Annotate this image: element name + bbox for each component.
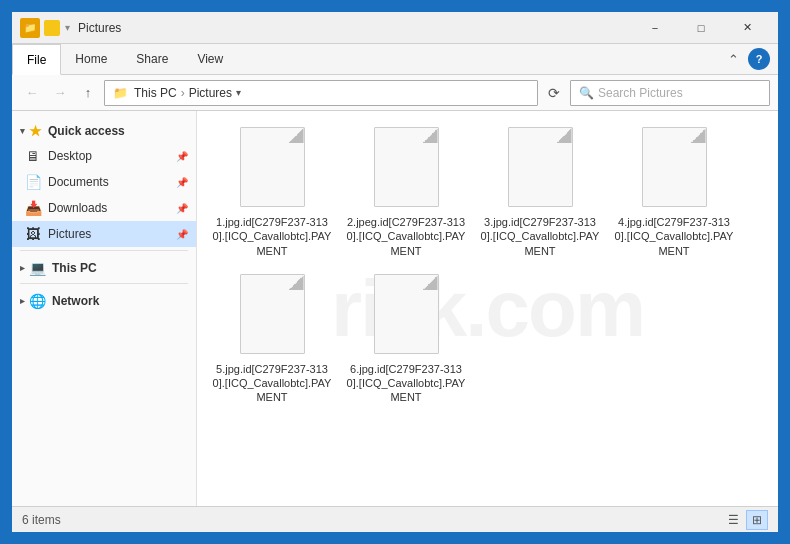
search-box[interactable]: 🔍 Search Pictures <box>570 80 770 106</box>
file-label: 1.jpg.id[C279F237-3130].[ICQ_Cavallobtc]… <box>211 215 333 258</box>
file-label: 4.jpg.id[C279F237-3130].[ICQ_Cavallobtc]… <box>613 215 735 258</box>
network-label: Network <box>52 294 99 308</box>
network-chevron: ▸ <box>20 296 25 306</box>
file-icon <box>237 274 307 359</box>
file-label: 5.jpg.id[C279F237-3130].[ICQ_Cavallobtc]… <box>211 362 333 405</box>
content-area: risk.com 1.jpg.id[C279F237-3130].[ICQ_Ca… <box>197 111 778 506</box>
search-icon: 🔍 <box>579 86 594 100</box>
sidebar: ▾ ★ Quick access 🖥 Desktop 📌 📄 Documents… <box>12 111 197 506</box>
ribbon: File Home Share View ⌃ ? <box>12 44 778 75</box>
pin-icon: 📌 <box>176 151 188 162</box>
address-path[interactable]: 📁 This PC › Pictures ▾ <box>104 80 538 106</box>
pin-icon: 📌 <box>176 203 188 214</box>
addressbar: ← → ↑ 📁 This PC › Pictures ▾ ⟳ 🔍 Search … <box>12 75 778 111</box>
sidebar-item-label: Documents <box>48 175 172 189</box>
this-pc-label: This PC <box>52 261 97 275</box>
sidebar-item-desktop[interactable]: 🖥 Desktop 📌 <box>12 143 196 169</box>
quick-access-header[interactable]: ▾ ★ Quick access <box>12 117 196 143</box>
ribbon-collapse-btn[interactable]: ⌃ <box>722 48 744 70</box>
file-item-file3[interactable]: 3.jpg.id[C279F237-3130].[ICQ_Cavallobtc]… <box>475 121 605 264</box>
this-pc-header[interactable]: ▸ 💻 This PC <box>12 254 196 280</box>
pictures-icon: 🖼 <box>24 225 42 243</box>
refresh-button[interactable]: ⟳ <box>542 81 566 105</box>
sidebar-item-documents[interactable]: 📄 Documents 📌 <box>12 169 196 195</box>
network-icon: 🌐 <box>29 293 46 309</box>
path-this-pc: This PC <box>134 86 177 100</box>
file-item-file6[interactable]: 6.jpg.id[C279F237-3130].[ICQ_Cavallobtc]… <box>341 268 471 411</box>
forward-button[interactable]: → <box>48 81 72 105</box>
items-count: 6 items <box>22 513 61 527</box>
ribbon-tabs: File Home Share View ⌃ ? <box>12 44 778 74</box>
file-item-file2[interactable]: 2.jpeg.id[C279F237-3130].[ICQ_Cavallobtc… <box>341 121 471 264</box>
titlebar: 📁 ▾ Pictures − □ ✕ <box>12 12 778 44</box>
file-icon <box>505 127 575 212</box>
system-icon: 📁 <box>20 18 40 38</box>
desktop-icon: 🖥 <box>24 147 42 165</box>
explorer-window: 📁 ▾ Pictures − □ ✕ File Home Share View <box>10 10 780 534</box>
file-item-file1[interactable]: 1.jpg.id[C279F237-3130].[ICQ_Cavallobtc]… <box>207 121 337 264</box>
sidebar-item-downloads[interactable]: 📥 Downloads 📌 <box>12 195 196 221</box>
file-page <box>240 274 305 354</box>
file-page <box>642 127 707 207</box>
quick-access-icon <box>44 20 60 36</box>
file-page <box>374 127 439 207</box>
file-page <box>374 274 439 354</box>
search-placeholder: Search Pictures <box>598 86 683 100</box>
large-icon-view-icon: ⊞ <box>752 513 762 527</box>
window-title: Pictures <box>78 21 632 35</box>
file-label: 2.jpeg.id[C279F237-3130].[ICQ_Cavallobtc… <box>345 215 467 258</box>
this-pc-chevron: ▸ <box>20 263 25 273</box>
view-toggle: ☰ ⊞ <box>722 510 768 530</box>
close-button[interactable]: ✕ <box>724 12 770 44</box>
sidebar-item-label: Desktop <box>48 149 172 163</box>
sidebar-separator-2 <box>20 283 188 284</box>
large-icon-view-button[interactable]: ⊞ <box>746 510 768 530</box>
sidebar-item-label: Downloads <box>48 201 172 215</box>
sidebar-separator <box>20 250 188 251</box>
list-view-icon: ☰ <box>728 513 739 527</box>
tab-view[interactable]: View <box>183 44 238 74</box>
path-separator: › <box>181 86 185 100</box>
network-header[interactable]: ▸ 🌐 Network <box>12 287 196 313</box>
address-icon: 📁 <box>113 86 128 100</box>
file-icon <box>639 127 709 212</box>
file-item-file5[interactable]: 5.jpg.id[C279F237-3130].[ICQ_Cavallobtc]… <box>207 268 337 411</box>
downloads-icon: 📥 <box>24 199 42 217</box>
ribbon-spacer <box>238 44 722 74</box>
dropdown-arrow[interactable]: ▾ <box>64 20 70 36</box>
quick-access-label: Quick access <box>48 124 125 138</box>
file-page <box>240 127 305 207</box>
file-label: 3.jpg.id[C279F237-3130].[ICQ_Cavallobtc]… <box>479 215 601 258</box>
sidebar-item-pictures[interactable]: 🖼 Pictures 📌 <box>12 221 196 247</box>
file-page <box>508 127 573 207</box>
statusbar: 6 items ☰ ⊞ <box>12 506 778 532</box>
file-icon <box>371 274 441 359</box>
quick-access-star-icon: ★ <box>29 123 42 139</box>
tab-home[interactable]: Home <box>61 44 122 74</box>
quick-access-chevron: ▾ <box>20 126 25 136</box>
pin-icon: 📌 <box>176 177 188 188</box>
list-view-button[interactable]: ☰ <box>722 510 744 530</box>
window-controls: − □ ✕ <box>632 12 770 44</box>
file-icon <box>371 127 441 212</box>
files-grid: 1.jpg.id[C279F237-3130].[ICQ_Cavallobtc]… <box>207 121 768 411</box>
tab-file[interactable]: File <box>12 44 61 75</box>
sidebar-item-label: Pictures <box>48 227 172 241</box>
file-icon <box>237 127 307 212</box>
path-pictures: Pictures <box>189 86 232 100</box>
tab-share[interactable]: Share <box>122 44 183 74</box>
minimize-button[interactable]: − <box>632 12 678 44</box>
address-chevron: ▾ <box>236 87 241 98</box>
titlebar-icons: 📁 ▾ <box>20 18 70 38</box>
file-label: 6.jpg.id[C279F237-3130].[ICQ_Cavallobtc]… <box>345 362 467 405</box>
back-button[interactable]: ← <box>20 81 44 105</box>
help-button[interactable]: ? <box>748 48 770 70</box>
documents-icon: 📄 <box>24 173 42 191</box>
main-area: ▾ ★ Quick access 🖥 Desktop 📌 📄 Documents… <box>12 111 778 506</box>
maximize-button[interactable]: □ <box>678 12 724 44</box>
this-pc-icon: 💻 <box>29 260 46 276</box>
up-button[interactable]: ↑ <box>76 81 100 105</box>
file-item-file4[interactable]: 4.jpg.id[C279F237-3130].[ICQ_Cavallobtc]… <box>609 121 739 264</box>
pin-icon: 📌 <box>176 229 188 240</box>
